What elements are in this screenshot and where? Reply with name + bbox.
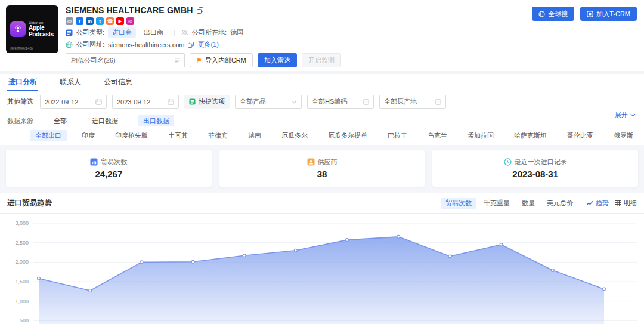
social-icons: @fint☎▶◎ [66,17,341,25]
clock-icon [504,158,512,166]
main-tab[interactable]: 联系人 [58,74,82,91]
metric-tab[interactable]: 千克重量 [479,198,515,209]
last-import-value: 2023-08-31 [512,169,558,179]
country-tab[interactable]: 哥伦比亚 [562,130,599,141]
country-tab[interactable]: 巴拉圭 [382,130,413,141]
main-tab[interactable]: 公司信息 [103,74,134,91]
phone-icon[interactable]: ☎ [106,17,114,25]
company-type-tag[interactable]: 出口商 [140,27,168,38]
company-type-label: 公司类型: [76,28,104,37]
country-tab[interactable]: 印度抢先版 [110,130,153,141]
logo-line2: Apple Podcasts [29,24,54,38]
trade-trend-chart[interactable]: 05001,0001,5002,0002,5003,0002022-092022… [0,214,644,324]
similar-icon [174,57,181,63]
globe-search-icon [538,11,545,17]
country-tab[interactable]: 俄罗斯 [608,130,639,141]
svg-text:2,500: 2,500 [15,240,29,246]
chevron-down-icon [630,113,636,117]
location-label: 公司所在地: [192,28,227,37]
instagram-icon[interactable]: ◎ [126,17,134,25]
twitter-icon[interactable]: t [96,17,104,25]
supplier-value: 38 [317,169,327,179]
origin-select[interactable]: 全部原产地 [379,95,446,109]
more-link[interactable]: 更多(1) [197,40,218,49]
country-tab[interactable]: 孟加拉国 [462,130,499,141]
location-value: 德国 [230,28,243,37]
logo-caption: 相关图片(240) [10,46,33,51]
add-radar-button[interactable]: 加入雷达 [258,53,297,67]
add-tcrm-button[interactable]: 加入T-CRM [580,7,637,21]
global-search-button[interactable]: 全球搜 [532,7,574,21]
linkedin-icon[interactable]: in [86,17,94,25]
view-tab-trend[interactable]: 趋势 [586,199,609,208]
list-select-icon [435,99,441,105]
product-select[interactable]: 全部产品 [235,95,302,109]
metric-tab[interactable]: 数量 [517,198,540,209]
data-source-label: 数据来源 [7,116,33,125]
last-import-card: 最近一次进口记录 2023-08-31 [432,150,638,187]
country-tab[interactable]: 越南 [243,130,267,141]
hs-code-select[interactable]: 全部HS编码 [307,95,374,109]
view-tab-detail[interactable]: 明细 [615,199,637,208]
similar-company-input[interactable]: 相似公司名(26) [66,53,185,67]
copy-icon[interactable] [188,42,194,48]
country-tab[interactable]: 哈萨克斯坦 [509,130,552,141]
company-type-tags: 进口商出口商 [108,27,168,38]
main-tabs: 进口分析联系人公司信息 [0,74,644,91]
calendar-icon [95,98,102,105]
website-value[interactable]: siemens-healthineers.com [108,41,184,48]
filter-row: 其他筛选 2022-09-12 2023-09-12 快捷选项 全部产品 全部H… [0,91,644,112]
date-to-input[interactable]: 2023-09-12 [112,95,179,109]
metric-tab[interactable]: 贸易次数 [441,198,476,209]
flag-icon: ⚑ [196,57,202,64]
bar-chart-icon [90,158,98,166]
country-tab[interactable]: 印度 [76,130,100,141]
country-tab[interactable]: 乌克兰 [422,130,453,141]
company-info: SIEMENS HEALTHCARE GMBH @fint☎▶◎ 公司类型: 进… [66,5,341,67]
quick-options-button[interactable]: 快捷选项 [184,95,230,109]
podcast-icon [10,21,26,37]
copy-icon[interactable] [197,7,203,14]
company-logo[interactable]: Listen on Apple Podcasts 相关图片(240) [6,5,58,53]
svg-text:3,000: 3,000 [15,220,29,226]
metric-tab[interactable]: 美元总价 [542,198,578,209]
website-icon[interactable]: @ [66,17,73,25]
other-filter-label: 其他筛选 [7,97,33,106]
svg-text:1,500: 1,500 [15,279,29,285]
chevron-down-icon [292,100,297,104]
country-tab[interactable]: 厄瓜多尔提单 [323,130,373,141]
data-source-option[interactable]: 进口数据 [87,115,123,126]
country-tab[interactable]: 菲律宾 [203,130,233,141]
facebook-icon[interactable]: f [76,17,83,25]
main-tab[interactable]: 进口分析 [7,74,38,91]
youtube-icon[interactable]: ▶ [116,17,124,25]
quick-options-icon [189,98,196,105]
date-from-input[interactable]: 2022-09-12 [40,95,107,109]
country-tab[interactable]: 厄瓜多尔 [276,130,313,141]
data-source-options: 全部进口数据出口数据 [49,115,174,126]
svg-text:500: 500 [20,317,29,323]
country-tabs: 全部出口印度印度抢先版土耳其菲律宾越南厄瓜多尔厄瓜多尔提单巴拉圭乌克兰孟加拉国哈… [0,128,644,145]
stats-band: 贸易次数 24,267 供应商 38 最近一次进口记录 2023-08-31 [0,145,644,193]
svg-text:1,000: 1,000 [15,298,29,304]
apple-podcasts-badge: Listen on Apple Podcasts [10,21,54,38]
data-source-option[interactable]: 全部 [49,115,72,126]
company-type-tag[interactable]: 进口商 [108,27,136,38]
svg-text:2,000: 2,000 [15,259,29,265]
line-chart-icon [586,200,593,206]
table-icon [615,200,621,206]
expand-link[interactable]: 展开 [615,110,636,119]
chart-section: 进口贸易趋势 贸易次数千克重量数量美元总价 趋势 明细 [0,193,644,324]
start-monitor-button[interactable]: 开启监测 [302,53,341,67]
company-header: Listen on Apple Podcasts 相关图片(240) SIEME… [0,0,644,71]
country-tab[interactable]: 全部出口 [30,130,67,141]
globe-icon [66,41,73,48]
meta-divider: | [171,29,178,36]
data-source-option[interactable]: 出口数据 [138,115,174,126]
trade-count-value: 24,267 [95,169,122,179]
data-source-row: 数据来源 全部进口数据出口数据 [0,112,644,128]
page: Listen on Apple Podcasts 相关图片(240) SIEME… [0,0,644,324]
country-tab[interactable]: 土耳其 [163,130,193,141]
import-crm-button[interactable]: ⚑ 导入内部CRM [190,53,253,67]
company-name: SIEMENS HEALTHCARE GMBH [66,5,193,15]
